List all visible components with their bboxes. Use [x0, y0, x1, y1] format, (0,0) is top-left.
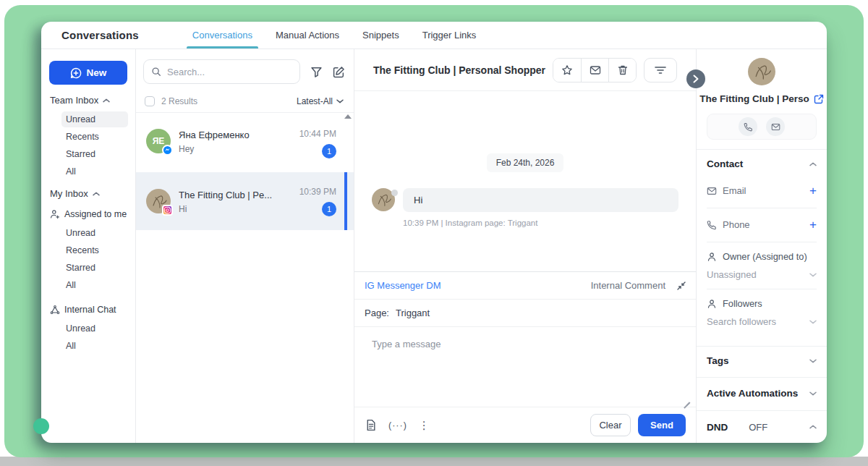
collapse-panel-button[interactable]	[686, 69, 705, 88]
chevron-down-icon	[809, 273, 817, 277]
content-area: New Team Inbox Unread Recents Starred Al…	[41, 49, 827, 443]
message-area: Feb 24th, 2026 Hi 10:39 PM | Instagram p…	[354, 91, 696, 271]
tab-manual-actions[interactable]: Manual Actions	[264, 22, 351, 48]
contact-name: The Fitting Club | Perso	[699, 93, 809, 104]
tab-conversations[interactable]: Conversations	[181, 22, 264, 48]
chat-panel: The Fitting Club | Personal Shopper Feb …	[354, 49, 696, 443]
sidebar-item-my-all[interactable]: All	[61, 277, 128, 293]
internal-chat-label: Internal Chat	[64, 305, 116, 315]
app-window: Conversations Conversations Manual Actio…	[41, 22, 827, 443]
contact-avatar	[748, 58, 775, 85]
list-subheader: 2 Results Latest-All	[136, 90, 354, 113]
sort-dropdown[interactable]: Latest-All	[297, 96, 344, 106]
search-icon	[151, 67, 161, 77]
floating-widget-button[interactable]	[33, 418, 49, 434]
sidebar-item-team-recents[interactable]: Recents	[61, 129, 128, 145]
chat-title: The Fitting Club | Personal Shopper	[373, 64, 545, 76]
results-count: 2 Results	[161, 96, 197, 106]
chat-header: The Fitting Club | Personal Shopper	[354, 49, 696, 91]
conversation-row-fitting-club[interactable]: The Fitting Club | Pe... Hi 10:39 PM 1	[136, 172, 354, 230]
message-row: Hi	[372, 188, 678, 212]
sidebar-item-assigned-to-me[interactable]: Assigned to me	[41, 203, 135, 224]
templates-icon[interactable]	[365, 419, 377, 431]
scroll-up-arrow[interactable]	[344, 114, 352, 119]
divider	[707, 208, 817, 208]
star-button[interactable]	[553, 59, 581, 82]
person-icon	[707, 299, 717, 309]
sidebar-section-team-inbox[interactable]: Team Inbox	[41, 85, 135, 110]
tab-trigger-links[interactable]: Trigger Links	[411, 22, 488, 48]
email-label: Email	[723, 185, 746, 196]
sidebar-item-my-starred[interactable]: Starred	[61, 260, 128, 276]
chevron-up-icon	[809, 162, 817, 166]
external-link-icon[interactable]	[814, 94, 824, 104]
bottom-edge-bar	[0, 457, 868, 466]
person-plus-icon	[50, 209, 60, 219]
followers-label: Followers	[723, 298, 762, 309]
filter-icon[interactable]	[310, 66, 323, 78]
collapse-composer-icon[interactable]	[677, 281, 686, 290]
resize-handle[interactable]	[683, 395, 690, 402]
phone-icon	[707, 220, 717, 230]
search-input-wrapper	[143, 59, 300, 84]
conversation-row-yana[interactable]: ЯЕ Яна Ефременко Hey 10:44 PM 1	[136, 122, 354, 168]
sidebar-item-my-unread[interactable]: Unread	[61, 225, 128, 241]
composer-tab-internal-comment[interactable]: Internal Comment	[591, 280, 665, 291]
tab-snippets[interactable]: Snippets	[351, 22, 411, 48]
chevron-up-icon	[103, 98, 110, 103]
sidebar-section-internal-chat[interactable]: Internal Chat	[41, 295, 135, 319]
composer-tab-ig-messenger-dm[interactable]: IG Messenger DM	[365, 280, 441, 291]
send-button[interactable]: Send	[638, 414, 686, 436]
owner-label: Owner (Assigned to)	[723, 251, 807, 262]
phone-field-row: Phone +	[697, 213, 827, 237]
unread-count-badge: 1	[322, 144, 336, 158]
dnd-section-header[interactable]: DND OFF	[697, 411, 827, 443]
email-button[interactable]	[766, 117, 785, 136]
sidebar-item-my-recents[interactable]: Recents	[61, 242, 128, 258]
new-conversation-button[interactable]: New	[49, 61, 127, 85]
conversation-time: 10:39 PM	[299, 187, 336, 197]
sidebar-item-internal-all[interactable]: All	[61, 338, 128, 354]
tags-section-header[interactable]: Tags	[697, 347, 827, 376]
search-input[interactable]	[167, 67, 292, 77]
more-options-icon[interactable]: ⋮	[419, 420, 430, 431]
followers-select[interactable]: Search followers	[697, 310, 827, 334]
delete-button[interactable]	[608, 59, 636, 82]
envelope-icon	[590, 64, 601, 76]
chevron-down-icon	[336, 99, 344, 103]
mark-read-button[interactable]	[581, 59, 608, 82]
phone-label: Phone	[723, 219, 750, 230]
filter-lines-icon	[654, 66, 667, 75]
followers-row: Followers	[697, 289, 827, 310]
sidebar-item-team-unread[interactable]: Unread	[61, 111, 128, 127]
tags-title: Tags	[707, 355, 729, 366]
message-input[interactable]	[354, 327, 696, 407]
chevron-down-icon	[809, 359, 817, 363]
call-button[interactable]	[739, 117, 757, 136]
person-icon	[707, 252, 717, 262]
phone-icon	[744, 122, 753, 132]
add-phone-button[interactable]: +	[809, 219, 817, 231]
chat-filter-button[interactable]	[644, 58, 677, 82]
sidebar-item-internal-unread[interactable]: Unread	[61, 321, 128, 336]
add-email-button[interactable]: +	[809, 185, 817, 197]
unread-count-badge: 1	[322, 202, 336, 216]
page-selector-row[interactable]: Page: Triggant	[354, 300, 696, 327]
chevron-down-icon	[809, 320, 817, 324]
clear-button[interactable]: Clear	[590, 414, 631, 436]
date-divider: Feb 24th, 2026	[487, 153, 564, 172]
automations-title: Active Automations	[707, 388, 798, 399]
compose-icon[interactable]	[333, 66, 345, 78]
owner-select[interactable]: Unassigned	[697, 263, 827, 287]
sidebar-section-my-inbox[interactable]: My Inbox	[41, 181, 135, 203]
composer-toolbar: (···) ⋮ Clear Send	[354, 407, 696, 443]
automations-section-header[interactable]: Active Automations	[697, 378, 827, 410]
owner-row: Owner (Assigned to)	[697, 242, 827, 263]
my-inbox-label: My Inbox	[50, 188, 88, 199]
sidebar-item-team-starred[interactable]: Starred	[61, 146, 128, 162]
sidebar-item-team-all[interactable]: All	[61, 164, 128, 179]
contact-section-header[interactable]: Contact	[697, 150, 827, 179]
new-button-label: New	[87, 67, 107, 78]
custom-values-icon[interactable]: (···)	[388, 420, 407, 431]
select-all-checkbox[interactable]	[145, 96, 155, 106]
